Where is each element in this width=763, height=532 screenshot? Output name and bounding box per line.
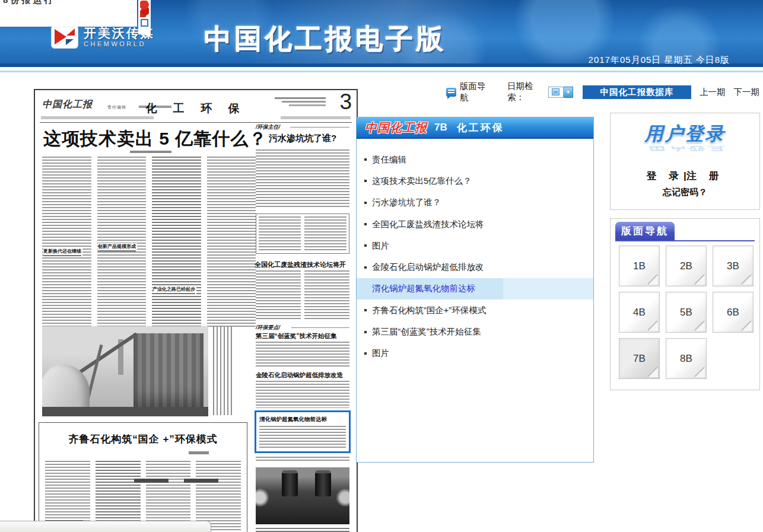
paper-photo-industrial	[42, 326, 208, 416]
article-text-sim	[97, 157, 147, 327]
article-list-item-selected[interactable]: 渭化锅炉超氮氧化物前达标	[357, 278, 593, 300]
photo-ground	[42, 407, 208, 416]
article-list-item[interactable]: 第三届“创蓝奖”技术开始征集	[357, 321, 593, 342]
login-panel: 用户登录 用户登录 登 录|注 册 忘记密码？	[610, 113, 760, 210]
paper-headline-main[interactable]: 这项技术卖出 5 亿靠什么？	[43, 127, 266, 151]
photo-cylinder	[315, 470, 331, 496]
article-list-item[interactable]: 污水渗坑坑了谁？	[357, 192, 593, 214]
paper-rule	[290, 127, 349, 128]
page-nav-grid: 1B 2B 3B 4B 5B 6B 7B 8B	[619, 246, 754, 379]
login-link[interactable]: 登 录	[646, 170, 683, 181]
article-list-item[interactable]: 责任编辑	[357, 149, 593, 170]
logo-subtext: CHEMWORLD	[84, 40, 155, 47]
date-dropdown-button[interactable]: ▼	[564, 87, 573, 98]
toolbar: 版面导航 日期检索： ▼ 中国化工报数据库 上一期 下一期	[446, 84, 759, 100]
paper-headline-qilu[interactable]: 齐鲁石化构筑“国企 +”环保模式	[39, 432, 247, 446]
bullet-icon	[364, 202, 367, 204]
paper-info-line	[275, 97, 326, 99]
page-button-5b[interactable]: 5B	[666, 292, 707, 333]
panel-section-title: 化工环保	[457, 121, 504, 135]
prev-issue-link[interactable]: 上一期	[700, 87, 726, 98]
page-button-4b[interactable]: 4B	[619, 292, 660, 333]
bullet-icon	[364, 352, 367, 355]
paper-info-line	[289, 104, 326, 106]
paper-photo-equipment	[256, 467, 349, 524]
page: 开美沃传媒 CHEMWORLD 中国化工报电子版 2017年05月05日 星期五…	[0, 0, 763, 532]
photo-caption-vertical	[213, 326, 233, 415]
page-nav-icon	[446, 88, 456, 97]
paper-rule	[41, 116, 154, 119]
paper-text-columns	[256, 270, 349, 320]
paper-section-title: 化 工 环 保	[35, 101, 357, 116]
page-nav-panel: 版面导航 1B 2B 3B 4B 5B 6B 7B 8B	[610, 218, 760, 390]
article-panel-header: 中国化工报 7B 化工环保	[357, 117, 593, 139]
popup-overlay: 8份报运行	[0, 0, 137, 27]
page-button-2b[interactable]: 2B	[666, 246, 707, 286]
article-list: 责任编辑 这项技术卖出5亿靠什么？ 污水渗坑坑了谁？ 全国化工废盐残渣技术论坛将…	[357, 140, 593, 462]
panel-brand-logo: 中国化工报	[365, 120, 427, 136]
paper-headline-weihua[interactable]: 渭化锅炉超氮氧化物前达标	[259, 416, 346, 423]
paper-rule	[40, 122, 352, 123]
calendar-icon	[552, 88, 559, 95]
date-search-label: 日期检索：	[507, 81, 548, 103]
bullet-icon	[364, 180, 367, 182]
bullet-icon	[364, 331, 367, 333]
paper-points-label: /环保要点/	[256, 324, 280, 332]
article-list-item[interactable]: 图片	[357, 343, 593, 364]
paper-subhead-bar	[134, 479, 169, 483]
article-text-sim	[256, 270, 301, 320]
boxed-article: 齐鲁石化构筑“国企 +”环保模式	[39, 422, 247, 532]
paper-column-label: /环保主任/	[256, 123, 280, 131]
photo-cylinder	[282, 470, 298, 496]
selected-article-box[interactable]: 渭化锅炉超氮氧化物前达标	[255, 410, 351, 453]
page-button-8b[interactable]: 8B	[666, 338, 707, 379]
article-text-sim	[256, 149, 349, 209]
bullet-icon	[364, 266, 367, 269]
header-underline	[0, 71, 763, 72]
paper-author-bar	[189, 451, 209, 454]
newspaper-page[interactable]: 中国化工报 责任编辑 化 工 环 保 3 这项技术卖出 5 亿靠什么？ 更新换代…	[34, 89, 358, 532]
paper-headline-jinling[interactable]: 金陵石化启动锅炉超低排放改造	[256, 371, 351, 380]
panel-page-code: 7B	[434, 122, 447, 133]
article-text-sim	[259, 426, 346, 448]
article-text-sim	[304, 270, 349, 320]
paper-headline-award[interactable]: 第三届“创蓝奖”技术开始征集	[256, 332, 351, 340]
bullet-icon	[364, 309, 367, 311]
paper-headline-forum[interactable]: 全国化工废盐残渣技术论坛将开	[255, 260, 351, 269]
page-button-1b[interactable]: 1B	[619, 246, 660, 286]
paper-headline-wushui[interactable]: 污水渗坑坑了谁?	[256, 133, 349, 144]
article-text-sim	[207, 157, 256, 327]
article-text-sim	[256, 381, 349, 408]
chemworld-logo-icon	[51, 25, 78, 49]
article-list-item[interactable]: 金陵石化启动锅炉超低排放改	[357, 256, 593, 278]
database-button[interactable]: 中国化工报数据库	[583, 85, 691, 99]
photo-highlight	[336, 488, 349, 508]
date-input[interactable]	[548, 87, 564, 98]
article-text-sim	[256, 457, 349, 463]
register-link[interactable]: 注 册	[686, 170, 724, 181]
page-nav-label: 版面导航	[460, 81, 492, 103]
bullet-icon	[364, 244, 367, 247]
article-list-item[interactable]: 图片	[357, 235, 593, 256]
next-issue-link[interactable]: 下一期	[734, 87, 760, 98]
toolbar-page-nav[interactable]: 版面导航	[446, 81, 492, 103]
article-list-item[interactable]: 齐鲁石化构筑“国企+”环保模式	[357, 300, 593, 321]
page-nav-underline	[615, 240, 755, 241]
paper-inset-box	[256, 214, 349, 254]
page-button-3b[interactable]: 3B	[713, 246, 754, 286]
page-button-6b[interactable]: 6B	[713, 292, 754, 333]
paper-subhead: 创新产品规模形成	[98, 243, 137, 251]
bullet-icon	[364, 158, 367, 161]
article-text-sim	[152, 157, 201, 327]
site-title: 中国化工报电子版	[204, 21, 446, 58]
masthead-decoration	[138, 0, 151, 34]
article-list-item[interactable]: 全国化工废盐残渣技术论坛将	[357, 214, 593, 235]
popup-clipped-text: 8份报运行	[3, 0, 55, 6]
article-list-item[interactable]: 这项技术卖出5亿靠什么？	[357, 170, 593, 192]
login-title: 用户登录	[611, 122, 759, 146]
login-title-reflection: 用户登录	[611, 146, 759, 154]
status-tooltip	[0, 521, 211, 532]
forgot-password-link[interactable]: 忘记密码？	[611, 187, 759, 198]
article-text-sim	[256, 342, 349, 368]
page-button-7b[interactable]: 7B	[619, 338, 660, 379]
